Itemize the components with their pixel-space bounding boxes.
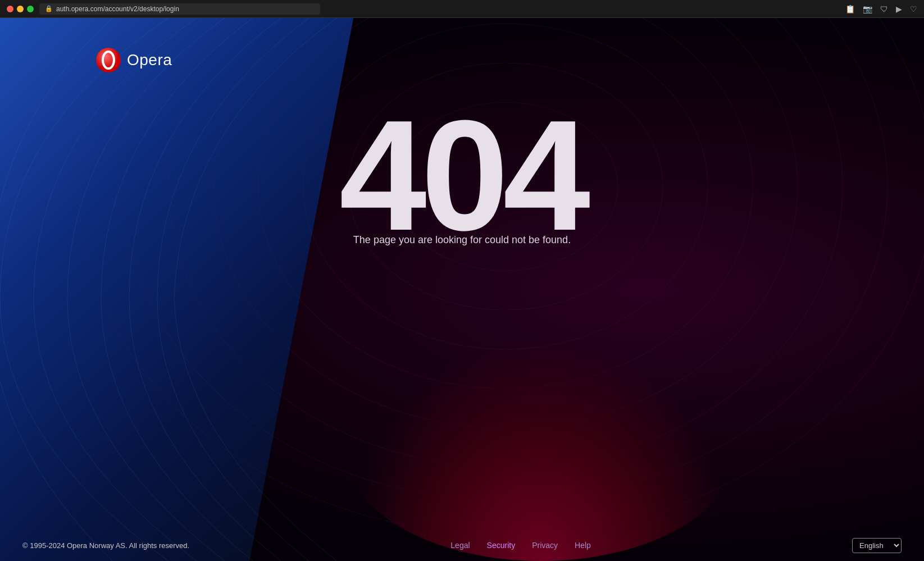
- copyright-text: © 1995-2024 Opera Norway AS. All rights …: [22, 541, 189, 550]
- minimize-window-button[interactable]: [17, 6, 24, 12]
- main-page: Opera 404 The page you are looking for c…: [0, 18, 924, 561]
- footer-link-privacy[interactable]: Privacy: [532, 541, 558, 550]
- footer-link-security[interactable]: Security: [487, 541, 516, 550]
- error-message: The page you are looking for could not b…: [353, 234, 571, 246]
- language-dropdown[interactable]: English Français Deutsch Español 日本語: [852, 538, 902, 553]
- browser-chrome: 🔒 auth.opera.com/account/v2/desktop/logi…: [0, 0, 924, 18]
- maximize-window-button[interactable]: [27, 6, 34, 12]
- camera-icon[interactable]: 📷: [863, 4, 872, 13]
- opera-name-label: Opera: [127, 51, 172, 69]
- send-icon[interactable]: ▶: [896, 4, 902, 13]
- bottom-glow: [344, 336, 738, 561]
- url-text: auth.opera.com/account/v2/desktop/login: [56, 5, 179, 13]
- window-controls: [7, 6, 34, 12]
- browser-actions: 📋 📷 🛡 ▶ ♡: [845, 4, 917, 13]
- error-code: 404: [339, 97, 585, 254]
- footer-link-help[interactable]: Help: [575, 541, 591, 550]
- heart-icon[interactable]: ♡: [910, 4, 917, 13]
- shield-icon[interactable]: 🛡: [880, 4, 888, 13]
- language-selector[interactable]: English Français Deutsch Español 日本語: [852, 538, 902, 553]
- screenshot-icon[interactable]: 📋: [845, 4, 855, 13]
- footer-links: Legal Security Privacy Help: [450, 541, 591, 550]
- address-bar[interactable]: 🔒 auth.opera.com/account/v2/desktop/logi…: [39, 3, 320, 15]
- lock-icon: 🔒: [45, 5, 53, 12]
- page-footer: © 1995-2024 Opera Norway AS. All rights …: [0, 530, 924, 561]
- close-window-button[interactable]: [7, 6, 13, 12]
- opera-o-icon: [95, 47, 121, 73]
- footer-link-legal[interactable]: Legal: [450, 541, 470, 550]
- opera-logo[interactable]: Opera: [95, 47, 172, 73]
